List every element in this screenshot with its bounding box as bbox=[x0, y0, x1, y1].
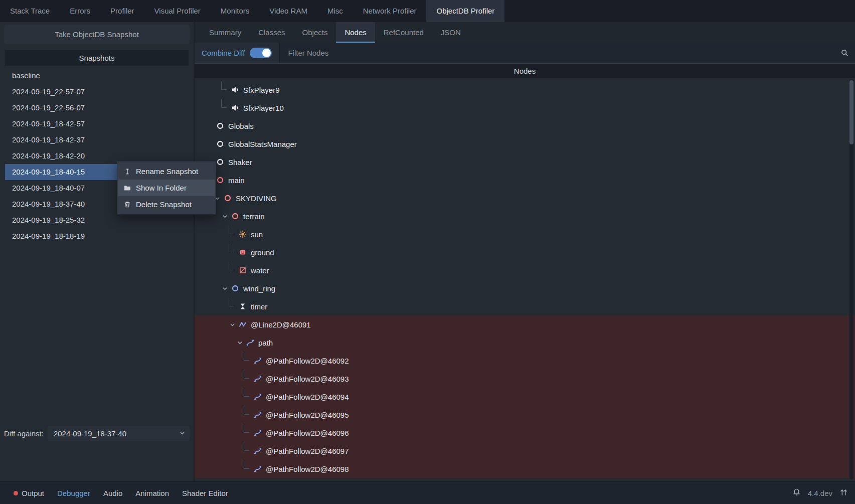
subtab-nodes[interactable]: Nodes bbox=[336, 22, 375, 43]
vertical-scrollbar[interactable] bbox=[849, 79, 853, 479]
menu-item-delete-snapshot[interactable]: Delete Snapshot bbox=[118, 196, 215, 213]
bottom-tab-output[interactable]: Output bbox=[7, 482, 51, 504]
node-icon bbox=[216, 157, 225, 166]
tree-row-sun[interactable]: sun bbox=[195, 225, 855, 243]
editor-arrows-icon[interactable] bbox=[839, 488, 848, 498]
tree-row-label: ground bbox=[251, 248, 274, 257]
tree-row-pathfollow2d-46095[interactable]: @PathFollow2D@46095 bbox=[195, 406, 855, 424]
pathfollow2d-icon bbox=[253, 374, 262, 383]
menu-item-label: Delete Snapshot bbox=[136, 200, 192, 209]
tree-row-main[interactable]: main bbox=[195, 171, 855, 189]
tree-row-label: wind_ring bbox=[243, 284, 275, 293]
snapshot-item-2024-09-19-18-42-57[interactable]: 2024-09-19_18-42-57 bbox=[5, 116, 189, 132]
tab-misc[interactable]: Misc bbox=[317, 0, 353, 22]
combine-diff-toggle[interactable] bbox=[250, 48, 272, 58]
snapshot-item-baseline[interactable]: baseline bbox=[5, 68, 189, 84]
subtab-refcounted[interactable]: RefCounted bbox=[375, 22, 432, 43]
bottom-tab-debugger[interactable]: Debugger bbox=[51, 482, 97, 504]
tree-row-pathfollow2d-46096[interactable]: @PathFollow2D@46096 bbox=[195, 424, 855, 442]
bottom-tab-animation[interactable]: Animation bbox=[129, 482, 176, 504]
tree-connector bbox=[241, 406, 253, 424]
profiler-subtab-bar: SummaryClassesObjectsNodesRefCountedJSON bbox=[195, 22, 855, 43]
subtab-objects[interactable]: Objects bbox=[294, 22, 336, 43]
combine-diff-label: Combine Diff bbox=[202, 49, 245, 57]
chevron-down-icon[interactable] bbox=[234, 333, 246, 352]
tree-connector bbox=[219, 99, 231, 117]
node-icon bbox=[216, 121, 225, 130]
objectdb-profiler-panel: SummaryClassesObjectsNodesRefCountedJSON… bbox=[195, 22, 855, 481]
notification-bell-icon[interactable] bbox=[792, 488, 801, 498]
error-dot-icon bbox=[14, 491, 18, 495]
snapshot-item-2024-09-19-22-56-07[interactable]: 2024-09-19_22-56-07 bbox=[5, 100, 189, 116]
tab-stack-trace[interactable]: Stack Trace bbox=[0, 0, 60, 22]
search-icon bbox=[840, 49, 849, 57]
tree-row-path[interactable]: path bbox=[195, 333, 855, 352]
tree-row-label: SfxPlayer10 bbox=[243, 104, 284, 112]
tree-row-ground[interactable]: ground bbox=[195, 243, 855, 261]
snapshots-panel: Take ObjectDB Snapshot Snapshots baselin… bbox=[0, 22, 195, 481]
tab-network-profiler[interactable]: Network Profiler bbox=[353, 0, 427, 22]
version-label: 4.4.dev bbox=[808, 489, 832, 497]
tree-row-pathfollow2d-46093[interactable]: @PathFollow2D@46093 bbox=[195, 370, 855, 388]
chevron-down-icon[interactable] bbox=[226, 315, 238, 333]
tree-row-pathfollow2d-46098[interactable]: @PathFollow2D@46098 bbox=[195, 460, 855, 478]
subtab-summary[interactable]: Summary bbox=[201, 22, 250, 43]
combine-diff-group: Combine Diff bbox=[195, 48, 279, 58]
tab-video-ram[interactable]: Video RAM bbox=[259, 0, 317, 22]
tree-row-pathfollow2d-46092[interactable]: @PathFollow2D@46092 bbox=[195, 352, 855, 370]
tab-visual-profiler[interactable]: Visual Profiler bbox=[144, 0, 211, 22]
diff-against-value: 2024-09-19_18-37-40 bbox=[54, 429, 126, 438]
node3d-icon bbox=[231, 212, 240, 221]
tree-connector bbox=[241, 370, 253, 388]
trash-icon bbox=[123, 201, 131, 209]
bottom-tab-shader-editor[interactable]: Shader Editor bbox=[176, 482, 235, 504]
bottom-tab-audio[interactable]: Audio bbox=[97, 482, 129, 504]
tab-monitors[interactable]: Monitors bbox=[211, 0, 260, 22]
filter-nodes-input[interactable] bbox=[287, 48, 840, 58]
snapshot-item-2024-09-19-18-18-19[interactable]: 2024-09-19_18-18-19 bbox=[5, 228, 189, 244]
tree-row-sfxplayer9[interactable]: SfxPlayer9 bbox=[195, 81, 855, 99]
subtab-classes[interactable]: Classes bbox=[250, 22, 293, 43]
left-panel-spacer bbox=[0, 441, 194, 481]
tree-row-water[interactable]: water bbox=[195, 261, 855, 279]
snapshot-item-2024-09-19-18-42-37[interactable]: 2024-09-19_18-42-37 bbox=[5, 132, 189, 148]
tree-row-pathfollow2d-46094[interactable]: @PathFollow2D@46094 bbox=[195, 388, 855, 406]
snapshot-item-2024-09-19-22-57-07[interactable]: 2024-09-19_22-57-07 bbox=[5, 84, 189, 100]
menu-item-rename-snapshot[interactable]: Rename Snapshot bbox=[118, 163, 215, 180]
tree-row-pathfollow2d-46097[interactable]: @PathFollow2D@46097 bbox=[195, 442, 855, 460]
godot-debugger-panel: Stack TraceErrorsProfilerVisual Profiler… bbox=[0, 0, 855, 504]
line2d-icon bbox=[238, 320, 247, 329]
diff-against-dropdown[interactable]: 2024-09-19_18-37-40 bbox=[48, 426, 190, 441]
tree-row-line2d-46091[interactable]: @Line2D@46091 bbox=[195, 315, 855, 333]
tree-indent bbox=[204, 135, 216, 153]
tree-row-globals[interactable]: Globals bbox=[195, 117, 855, 135]
tree-row-sfxplayer10[interactable]: SfxPlayer10 bbox=[195, 99, 855, 117]
decal-icon bbox=[238, 266, 247, 275]
tree-connector bbox=[241, 424, 253, 442]
diff-against-row: Diff against: 2024-09-19_18-37-40 bbox=[0, 425, 194, 441]
subtab-json[interactable]: JSON bbox=[432, 22, 469, 43]
tree-row-label: @PathFollow2D@46096 bbox=[266, 429, 349, 437]
scrollbar-thumb[interactable] bbox=[849, 80, 853, 144]
take-snapshot-button[interactable]: Take ObjectDB Snapshot bbox=[4, 25, 190, 44]
chevron-down-icon[interactable] bbox=[219, 207, 231, 225]
tree-row-label: SKYDIVING bbox=[236, 194, 277, 203]
tab-objectdb-profiler[interactable]: ObjectDB Profiler bbox=[426, 0, 504, 22]
tree-row-label: SfxPlayer9 bbox=[243, 86, 280, 94]
menu-item-show-in-folder[interactable]: Show In Folder bbox=[118, 180, 215, 196]
bottom-tab-label: Audio bbox=[103, 489, 122, 497]
meshinstance-icon bbox=[238, 248, 247, 257]
tree-row-wind-ring[interactable]: wind_ring bbox=[195, 279, 855, 297]
chevron-down-icon[interactable] bbox=[219, 279, 231, 297]
tree-row-globalstatsmanager[interactable]: GlobalStatsManager bbox=[195, 135, 855, 153]
tree-row-label: terrain bbox=[243, 212, 265, 221]
tree-row-skydiving[interactable]: SKYDIVING bbox=[195, 189, 855, 207]
tree-row-timer[interactable]: timer bbox=[195, 297, 855, 315]
tree-row-label: @PathFollow2D@46092 bbox=[266, 357, 349, 365]
tab-profiler[interactable]: Profiler bbox=[100, 0, 144, 22]
tab-errors[interactable]: Errors bbox=[60, 0, 100, 22]
path2d-icon bbox=[246, 338, 255, 347]
tree-row-terrain[interactable]: terrain bbox=[195, 207, 855, 225]
filter-nodes-field[interactable] bbox=[280, 43, 855, 63]
tree-row-shaker[interactable]: Shaker bbox=[195, 153, 855, 171]
